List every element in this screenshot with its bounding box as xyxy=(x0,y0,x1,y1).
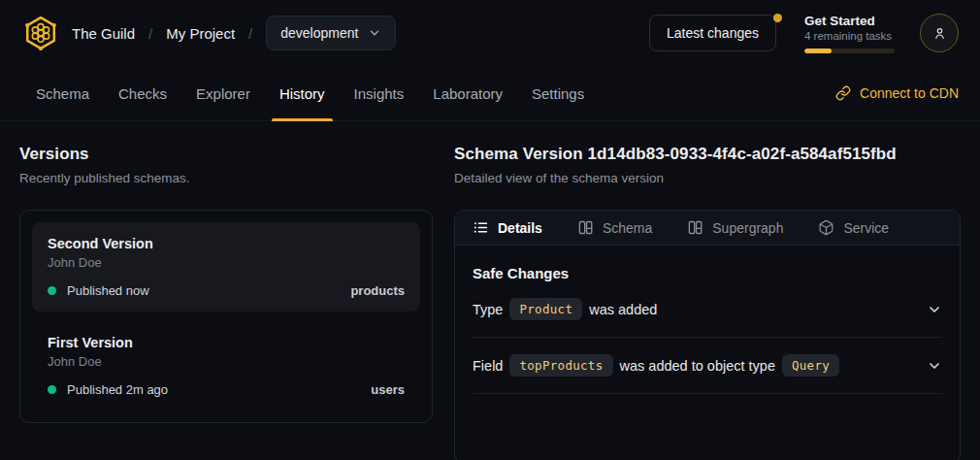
list-icon xyxy=(473,219,489,236)
version-status-row: Published 2m ago users xyxy=(48,382,405,397)
version-status: Published 2m ago xyxy=(67,382,168,397)
tab-settings[interactable]: Settings xyxy=(517,66,599,120)
link-icon xyxy=(835,85,851,101)
tab-supergraph-label: Supergraph xyxy=(712,220,783,236)
change-text: Field xyxy=(473,358,503,374)
safe-changes-heading: Safe Changes xyxy=(473,265,942,281)
columns-icon xyxy=(577,219,594,236)
tab-insights[interactable]: Insights xyxy=(340,66,419,120)
change-code: Product xyxy=(509,298,582,320)
chevron-down-icon[interactable] xyxy=(927,358,942,374)
columns-icon xyxy=(687,219,703,236)
tab-explorer[interactable]: Explorer xyxy=(181,66,265,120)
tab-history[interactable]: History xyxy=(265,66,340,120)
detail-content: Safe Changes Type Product was added Fiel… xyxy=(455,246,960,394)
get-started-widget[interactable]: Get Started 4 remaining tasks xyxy=(804,14,895,53)
tab-service[interactable]: Service xyxy=(818,219,889,236)
breadcrumb-project[interactable]: My Project xyxy=(166,25,235,42)
environment-selector[interactable]: development xyxy=(266,16,396,50)
header-right-group: Latest changes Get Started 4 remaining t… xyxy=(649,14,959,53)
change-row-field-added[interactable]: Field topProducts was added to object ty… xyxy=(473,338,942,394)
person-icon xyxy=(931,25,948,42)
published-status-icon xyxy=(48,385,56,394)
tab-laboratory[interactable]: Laboratory xyxy=(418,66,517,120)
tab-supergraph[interactable]: Supergraph xyxy=(687,219,783,236)
schema-version-title: Schema Version 1d14db83-0933-4f4c-a02f-a… xyxy=(454,145,961,164)
hive-logo-icon[interactable] xyxy=(21,14,60,52)
connect-to-cdn-link[interactable]: Connect to CDN xyxy=(835,66,959,120)
versions-subtitle: Recently published schemas. xyxy=(19,171,433,185)
project-nav: Schema Checks Explorer History Insights … xyxy=(0,66,980,121)
app-header: The Guild / My Project / development Lat… xyxy=(0,0,980,66)
change-text: was added xyxy=(589,302,657,317)
progress-fill xyxy=(804,49,832,53)
schema-version-panel: Details Schema xyxy=(454,210,961,460)
change-row-type-added[interactable]: Type Product was added xyxy=(473,281,942,338)
environment-selector-value: development xyxy=(280,25,358,41)
schema-version-column: Schema Version 1d14db83-0933-4f4c-a02f-a… xyxy=(454,145,961,460)
versions-list: Second Version John Doe Published now pr… xyxy=(19,210,433,423)
version-author: John Doe xyxy=(48,354,405,369)
tab-details[interactable]: Details xyxy=(473,219,542,236)
chevron-down-icon xyxy=(368,26,381,40)
versions-title: Versions xyxy=(19,145,433,164)
tab-details-label: Details xyxy=(498,220,542,236)
latest-changes-button[interactable]: Latest changes xyxy=(649,15,776,51)
version-title: First Version xyxy=(48,335,405,350)
tab-schema[interactable]: Schema xyxy=(21,66,104,120)
main-content: Versions Recently published schemas. Sec… xyxy=(0,121,980,460)
version-title: Second Version xyxy=(48,236,405,251)
tab-service-label: Service xyxy=(843,220,889,236)
version-card-second[interactable]: Second Version John Doe Published now pr… xyxy=(32,222,420,312)
tab-schema-label: Schema xyxy=(603,220,652,236)
user-avatar[interactable] xyxy=(920,14,959,52)
detail-tabs: Details Schema xyxy=(455,211,960,246)
change-code: Query xyxy=(782,354,839,377)
get-started-title: Get Started xyxy=(804,14,895,28)
version-service: products xyxy=(350,283,405,298)
schema-version-subtitle: Detailed view of the schema version xyxy=(454,171,961,185)
notification-dot xyxy=(773,14,782,22)
get-started-progressbar xyxy=(804,49,895,53)
published-status-icon xyxy=(48,286,56,295)
change-text: Type xyxy=(473,302,503,317)
chevron-down-icon[interactable] xyxy=(927,302,942,317)
change-code: topProducts xyxy=(509,354,612,377)
breadcrumb-separator: / xyxy=(248,25,252,42)
get-started-subtitle: 4 remaining tasks xyxy=(804,30,895,42)
tab-checks[interactable]: Checks xyxy=(104,66,181,120)
version-status: Published now xyxy=(67,283,149,298)
version-service: users xyxy=(371,382,405,397)
change-text: was added to object type xyxy=(620,358,775,374)
version-card-first[interactable]: First Version John Doe Published 2m ago … xyxy=(32,321,420,411)
tab-schema-sdl[interactable]: Schema xyxy=(577,219,652,236)
version-status-row: Published now products xyxy=(48,283,405,298)
version-author: John Doe xyxy=(48,255,405,270)
versions-column: Versions Recently published schemas. Sec… xyxy=(19,145,433,460)
connect-to-cdn-label: Connect to CDN xyxy=(860,85,959,101)
breadcrumb-separator: / xyxy=(148,25,152,42)
cube-icon xyxy=(818,219,834,236)
breadcrumb-org[interactable]: The Guild xyxy=(72,25,135,42)
